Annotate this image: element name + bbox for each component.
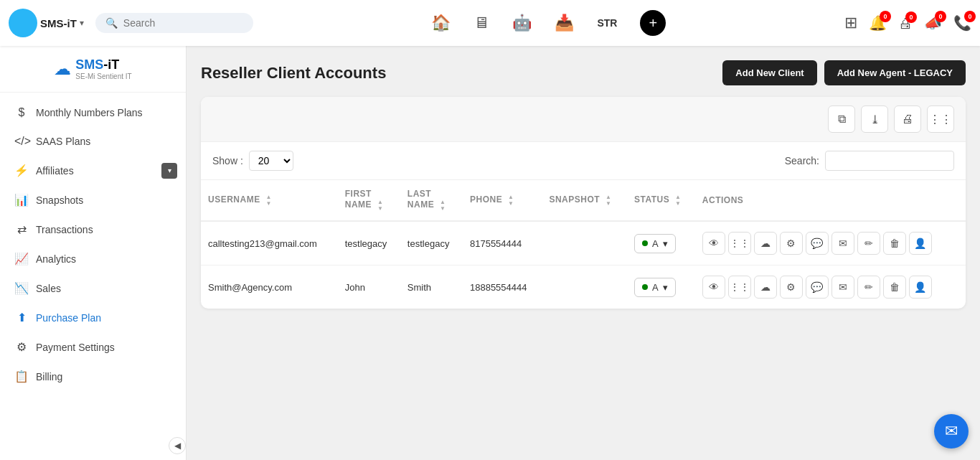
sidebar-item-sales[interactable]: 📉 Sales [0, 273, 186, 303]
inbox-icon[interactable]: 📥 [555, 14, 574, 32]
chat-bubble-button[interactable]: ✉ [934, 414, 969, 449]
topnav: SMS-iT ▾ 🔍 🏠 🖥 🤖 📥 STR + ⊞ 🔔0 🖨0 📣0 📞0 [0, 0, 980, 46]
app-logo-area[interactable]: SMS-iT ▾ [9, 9, 84, 37]
cell-username: calltesting213@gmail.com [201, 221, 338, 266]
cloud-button[interactable]: ☁ [754, 276, 777, 299]
sidebar-item-label: Sales [36, 283, 61, 294]
sidebar-item-affiliates[interactable]: ⚡ Affiliates ▾ [0, 156, 186, 185]
sales-icon: 📉 [14, 281, 29, 295]
user-button[interactable]: 👤 [909, 232, 932, 255]
sms-button[interactable]: 💬 [806, 232, 829, 255]
sidebar-nav: $ Monthly Numbers Plans </> SAAS Plans ⚡… [0, 93, 186, 397]
sidebar-item-label: SAAS Plans [36, 136, 90, 147]
monitor-icon[interactable]: 🖥 [473, 14, 489, 32]
col-status[interactable]: STATUS ▲▼ [627, 180, 695, 221]
app-name: SMS-iT [40, 17, 77, 29]
view-button[interactable]: 👁 [702, 276, 725, 299]
cell-snapshot [542, 221, 627, 266]
megaphone-badge: 0 [935, 11, 946, 22]
col-last-name[interactable]: LASTNAME ▲▼ [400, 180, 463, 221]
app-chevron-icon: ▾ [80, 18, 84, 28]
billing-icon: 📋 [14, 370, 29, 383]
logo-text: SMS-iT [75, 57, 131, 72]
col-snapshot[interactable]: SNAPSHOT ▲▼ [542, 180, 627, 221]
print-icon[interactable]: 🖨0 [898, 15, 913, 32]
table-row: Smith@Agency.com John Smith 18885554444 … [201, 266, 966, 309]
data-table: USERNAME ▲▼ FIRSTNAME ▲▼ LASTNAME ▲▼ PHO… [201, 180, 966, 309]
view-button[interactable]: 👁 [702, 232, 725, 255]
email-button[interactable]: ✉ [831, 232, 854, 255]
sidebar-collapse-button[interactable]: ◀ [169, 437, 186, 454]
delete-button[interactable]: 🗑 [883, 232, 906, 255]
export-button[interactable]: ⤓ [861, 105, 888, 133]
status-badge[interactable]: A ▾ [634, 234, 676, 253]
status-badge[interactable]: A ▾ [634, 278, 676, 297]
nav-right: ⊞ 🔔0 🖨0 📣0 📞0 [844, 14, 971, 32]
delete-button[interactable]: 🗑 [883, 276, 906, 299]
sidebar-item-payment-settings[interactable]: ⚙ Payment Settings [0, 332, 186, 362]
sidebar-item-purchase-plan[interactable]: ⬆ Purchase Plan [0, 303, 186, 332]
nav-center: 🏠 🖥 🤖 📥 STR + [259, 10, 839, 36]
robot-icon[interactable]: 🤖 [512, 14, 532, 32]
sidebar-item-analytics[interactable]: 📈 Analytics [0, 244, 186, 273]
cell-actions: 👁⋮⋮☁⚙💬✉✏🗑👤 [695, 266, 966, 309]
sort-icon: ▲▼ [508, 194, 514, 207]
affiliates-icon: ⚡ [14, 164, 29, 177]
sidebar-item-label: Purchase Plan [36, 312, 101, 324]
bell-icon[interactable]: 🔔0 [869, 14, 887, 32]
grid-icon[interactable]: ⊞ [844, 14, 857, 32]
sidebar-item-monthly-numbers-plans[interactable]: $ Monthly Numbers Plans [0, 98, 186, 127]
sidebar-item-snapshots[interactable]: 📊 Snapshots [0, 185, 186, 215]
sms-button[interactable]: 💬 [806, 276, 829, 299]
header-actions: Add New Client Add New Agent - LEGACY [722, 60, 966, 85]
copy-button[interactable]: ⧉ [828, 105, 855, 133]
analytics-icon: 📈 [14, 252, 29, 266]
search-bar[interactable]: 🔍 [95, 13, 253, 33]
code-icon: </> [14, 135, 29, 148]
settings-button[interactable]: ⚙ [780, 276, 803, 299]
show-label: Show : [212, 155, 243, 166]
table-row: calltesting213@gmail.com testlegacy test… [201, 221, 966, 266]
cell-status: A ▾ [627, 221, 695, 266]
logo-sub: SE-Mi Sentient IT [75, 72, 131, 80]
phone-icon[interactable]: 📞0 [953, 14, 971, 32]
status-dot [642, 284, 648, 290]
print-button[interactable]: 🖨 [894, 105, 921, 133]
email-button[interactable]: ✉ [831, 276, 854, 299]
columns-button[interactable]: ⋮⋮ [927, 105, 954, 133]
search-input[interactable] [123, 17, 243, 29]
sidebar-item-saas-plans[interactable]: </> SAAS Plans [0, 127, 186, 156]
purchase-plan-icon: ⬆ [14, 311, 29, 324]
columns-button[interactable]: ⋮⋮ [728, 232, 751, 255]
col-username[interactable]: USERNAME ▲▼ [201, 180, 338, 221]
app-avatar [9, 9, 37, 37]
bell-badge: 0 [880, 11, 891, 22]
cell-first-name: testlegacy [338, 221, 400, 266]
show-select[interactable]: 20 50 100 [249, 151, 293, 171]
table-search-input[interactable] [825, 151, 954, 171]
add-new-client-button[interactable]: Add New Client [722, 60, 816, 85]
page-header: Reseller Client Accounts Add New Client … [201, 60, 966, 85]
home-icon[interactable]: 🏠 [431, 14, 451, 32]
sidebar-item-billing[interactable]: 📋 Billing [0, 362, 186, 391]
plus-button[interactable]: + [640, 10, 666, 36]
affiliates-chevron-icon[interactable]: ▾ [161, 163, 177, 179]
col-phone[interactable]: PHONE ▲▼ [463, 180, 542, 221]
sidebar-item-label: Transactions [36, 224, 93, 235]
add-new-agent-button[interactable]: Add New Agent - LEGACY [824, 60, 966, 85]
sidebar-item-transactions[interactable]: ⇄ Transactions [0, 215, 186, 244]
cloud-button[interactable]: ☁ [754, 232, 777, 255]
columns-button[interactable]: ⋮⋮ [728, 276, 751, 299]
print-badge: 0 [905, 11, 917, 23]
str-label: STR [597, 17, 617, 29]
col-first-name[interactable]: FIRSTNAME ▲▼ [338, 180, 400, 221]
megaphone-icon[interactable]: 📣0 [924, 14, 942, 32]
transactions-icon: ⇄ [14, 222, 29, 236]
edit-button[interactable]: ✏ [857, 276, 880, 299]
table-toolbar: ⧉ ⤓ 🖨 ⋮⋮ [201, 97, 966, 142]
user-button[interactable]: 👤 [909, 276, 932, 299]
table-controls: Show : 20 50 100 Search: [201, 142, 966, 180]
settings-button[interactable]: ⚙ [780, 232, 803, 255]
edit-button[interactable]: ✏ [857, 232, 880, 255]
table-card: ⧉ ⤓ 🖨 ⋮⋮ Show : 20 50 100 Search: [201, 97, 966, 309]
